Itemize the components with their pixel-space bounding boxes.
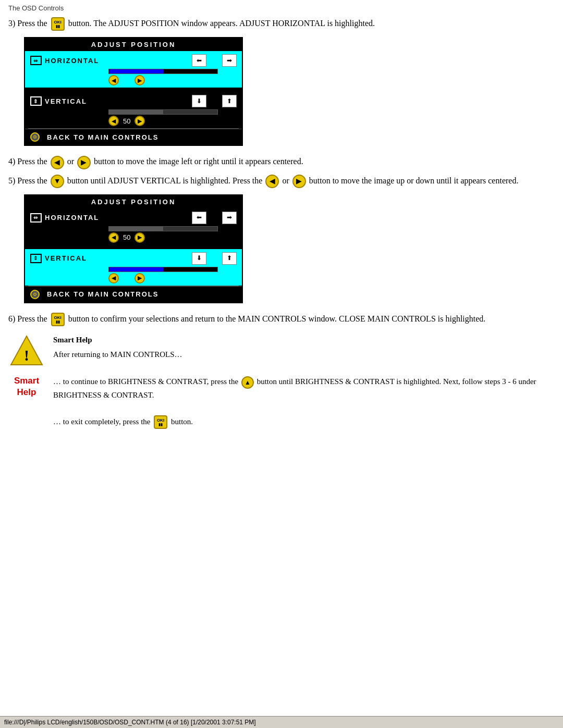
step3-text: 3) Press the OKI▮▮ button. The ADJUST PO… xyxy=(8,17,555,31)
vertical-icon: ⇕ xyxy=(30,96,42,106)
smart-help-bullets: … to continue to BRIGHTNESS & CONTRAST, … xyxy=(53,375,555,429)
footer-text: file:///D|/Philips LCD/english/150B/OSD/… xyxy=(4,719,256,726)
osd1-horiz-slider-fill xyxy=(109,69,163,73)
page-title: The OSD Controls xyxy=(8,4,64,12)
warning-icon: ! xyxy=(8,334,45,370)
osd1-vert-slider-bar xyxy=(108,109,218,115)
osd2-vert-slider-fill xyxy=(109,267,163,272)
osd2-vert-left-arrow: ◀ xyxy=(108,273,119,283)
vertical-icon-2: ⇕ xyxy=(30,254,42,263)
smart-help-section: ! Smart Help After returning to MAIN CON… xyxy=(8,334,555,370)
osd1-horiz-left-icon: ⬅ xyxy=(192,54,206,67)
horizontal-icon: ⇔ xyxy=(30,56,42,65)
osd1-horiz-right-arrow: ▶ xyxy=(134,75,145,85)
osd2-back-row: ⚙ BACK TO MAIN CONTROLS xyxy=(25,286,242,302)
osd1-vert-right-arrow: ▶ xyxy=(134,116,145,126)
smart-help-exit-text: … to exit completely, press the OKI▮▮ bu… xyxy=(53,415,555,429)
osd1-vertical-label: ⇕ VERTICAL xyxy=(30,96,108,106)
osd2-vert-down-icon: ⬇ xyxy=(192,252,206,265)
osd2-horizontal-label: ⇔ HORIZONTAL xyxy=(30,213,108,223)
step6-text: 6) Press the OKI▮▮ button to confirm you… xyxy=(8,313,555,326)
osd2-horiz-slider-bar xyxy=(108,226,218,231)
osd2-back-icon: ⚙ xyxy=(30,290,40,299)
horizontal-icon-2: ⇔ xyxy=(30,213,42,223)
osd2-vert-up-icon: ⬆ xyxy=(222,252,237,265)
smart-help-label-row: SmartHelp … to continue to BRIGHTNESS & … xyxy=(8,375,555,429)
svg-text:!: ! xyxy=(24,347,29,364)
osd2-horizontal-row: ⇔ HORIZONTAL ⬅ ➡ xyxy=(25,208,242,225)
osd2-back-label: BACK TO MAIN CONTROLS xyxy=(47,290,158,298)
osd1-horiz-slider-bar xyxy=(108,69,218,74)
osd2-horiz-slider-fill xyxy=(109,227,163,231)
osd2-vert-slider-controls: ◀ 50 ▶ xyxy=(108,273,237,283)
step4-text: 4) Press the ◀ or ▶ button to move the i… xyxy=(8,155,555,169)
osd1-vert-down-icon: ⬇ xyxy=(192,95,206,107)
osd2-horiz-left-arrow: ◀ xyxy=(108,232,119,243)
osd-box-1: ADJUST POSITION ⇔ HORIZONTAL ⬅ ➡ ◀ 50 ▶ … xyxy=(24,37,243,146)
down-arrow-btn-step5: ▼ xyxy=(51,175,64,188)
osd1-horizontal-label: ⇔ HORIZONTAL xyxy=(30,56,108,65)
osd1-horiz-left-arrow: ◀ xyxy=(108,75,119,85)
osd2-horizontal-controls: ⬅ ➡ xyxy=(192,212,237,224)
osd2-horizontal-slider: ◀ 50 ▶ xyxy=(25,225,242,245)
osd2-horiz-right-icon: ➡ xyxy=(222,212,237,224)
footer-bar: file:///D|/Philips LCD/english/150B/OSD/… xyxy=(0,716,563,728)
osd1-vertical-controls: ⬇ ⬆ xyxy=(192,95,237,107)
smart-help-title: Smart Help xyxy=(53,334,182,346)
right-arrow-btn-step4: ▶ xyxy=(77,156,91,169)
osd1-horiz-right-icon: ➡ xyxy=(222,54,237,67)
osd1-vert-left-arrow: ◀ xyxy=(108,116,119,126)
osd2-vertical-slider: ◀ 50 ▶ xyxy=(25,266,242,286)
up-arrow-btn-smart-help: ▲ xyxy=(241,376,254,389)
smart-help-intro-block: Smart Help After returning to MAIN CONTR… xyxy=(53,334,182,361)
osd1-vert-slider-controls: ◀ 50 ▶ xyxy=(108,116,237,126)
osd2-horiz-right-arrow: ▶ xyxy=(134,232,145,243)
step5-text: 5) Press the ▼ button until ADJUST VERTI… xyxy=(8,175,555,188)
oki-button-inline-1: OKI▮▮ xyxy=(51,17,65,31)
oki-button-inline-3: OKI▮▮ xyxy=(154,415,167,429)
osd2-vertical-controls: ⬇ ⬆ xyxy=(192,252,237,265)
osd2-title: ADJUST POSITION xyxy=(25,195,242,208)
osd1-vert-slider-fill xyxy=(109,110,163,114)
osd1-title: ADJUST POSITION xyxy=(25,38,242,51)
left-arrow-btn-step4: ◀ xyxy=(51,156,64,169)
osd2-vert-slider-bar xyxy=(108,267,218,272)
osd1-gap xyxy=(25,88,242,92)
smart-help-label: SmartHelp xyxy=(8,375,45,398)
osd1-vertical-slider: ◀ 50 ▶ xyxy=(25,108,242,128)
osd2-horiz-slider-controls: ◀ 50 ▶ xyxy=(108,232,237,243)
osd1-back-icon: ⚙ xyxy=(30,132,40,142)
osd1-back-label: BACK TO MAIN CONTROLS xyxy=(47,133,158,141)
smart-help-brightness-text: … to continue to BRIGHTNESS & CONTRAST, … xyxy=(53,375,555,402)
osd1-horiz-slider-controls: ◀ 50 ▶ xyxy=(108,75,237,85)
page-title-bar: The OSD Controls xyxy=(8,4,555,12)
osd2-vertical-label: ⇕ VERTICAL xyxy=(30,254,108,263)
osd2-horiz-left-icon: ⬅ xyxy=(192,212,206,224)
osd-box-2: ADJUST POSITION ⇔ HORIZONTAL ⬅ ➡ ◀ 50 ▶ … xyxy=(24,194,243,303)
left-arrow-btn-step5: ◀ xyxy=(265,175,279,188)
osd2-vert-right-arrow: ▶ xyxy=(134,273,145,283)
osd1-vert-up-icon: ⬆ xyxy=(222,95,237,107)
osd1-horizontal-controls: ⬅ ➡ xyxy=(192,54,237,67)
osd2-gap xyxy=(25,245,242,249)
osd2-vertical-row: ⇕ VERTICAL ⬇ ⬆ xyxy=(25,249,242,266)
right-arrow-btn-step5: ▶ xyxy=(292,175,306,188)
oki-button-inline-2: OKI▮▮ xyxy=(51,313,65,326)
osd1-vertical-row: ⇕ VERTICAL ⬇ ⬆ xyxy=(25,92,242,108)
osd1-horizontal-row: ⇔ HORIZONTAL ⬅ ➡ xyxy=(25,51,242,68)
osd1-back-row: ⚙ BACK TO MAIN CONTROLS xyxy=(25,129,242,145)
smart-help-intro: After returning to MAIN CONTROLS… xyxy=(53,348,182,361)
osd1-horizontal-slider: ◀ 50 ▶ xyxy=(25,68,242,88)
